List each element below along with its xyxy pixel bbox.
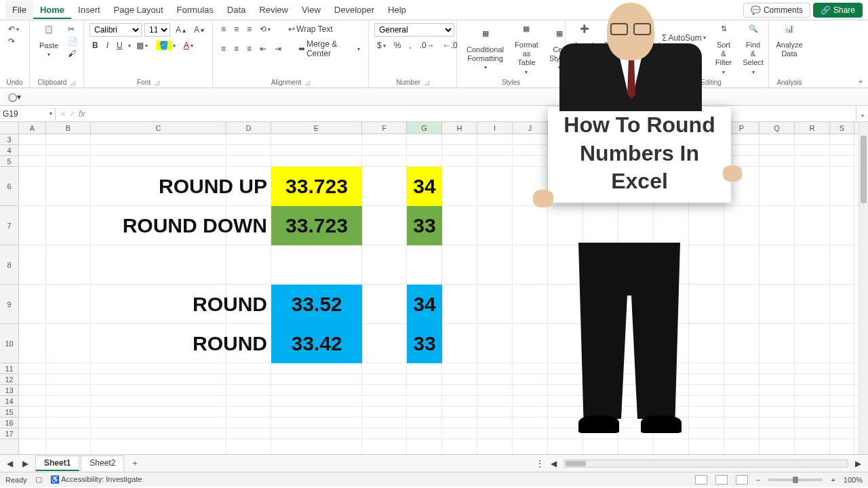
tab-data[interactable]: Data <box>220 1 252 19</box>
hscroll-left[interactable]: ◀ <box>548 458 559 470</box>
redo-button[interactable]: ↷ <box>5 35 24 47</box>
sheet-nav-prev[interactable]: ◀ <box>4 458 16 470</box>
font-size-select[interactable]: 11 <box>144 23 170 37</box>
tab-home[interactable]: Home <box>33 1 71 19</box>
collapse-ribbon-button[interactable]: ⌄ <box>857 75 864 85</box>
column-header-G[interactable]: G <box>407 122 442 134</box>
comments-button[interactable]: 💬 Comments <box>743 3 810 18</box>
zoom-out-button[interactable]: − <box>756 476 760 484</box>
column-header-A[interactable]: A <box>19 122 46 134</box>
sheet-options-icon[interactable]: ⋮ <box>536 459 544 468</box>
cut-button[interactable]: ✂ <box>65 23 81 35</box>
cell-E10[interactable]: 33.42 <box>271 324 362 363</box>
comma-button[interactable]: , <box>406 39 414 52</box>
decrease-indent-button[interactable]: ⇤ <box>257 43 269 55</box>
row-header-17[interactable]: 17 <box>0 428 18 439</box>
vertical-scrollbar[interactable] <box>859 122 868 454</box>
align-center-button[interactable]: ≡ <box>231 43 241 55</box>
cell-B10[interactable]: ROUND <box>46 324 271 363</box>
decrease-font-button[interactable]: A▾ <box>191 24 207 36</box>
cell-G9[interactable]: 34 <box>407 285 442 324</box>
increase-font-button[interactable]: A▴ <box>173 24 189 36</box>
zoom-slider[interactable] <box>768 479 823 481</box>
row-header-3[interactable]: 3 <box>0 134 18 145</box>
row-header-15[interactable]: 15 <box>0 407 18 418</box>
row-header-4[interactable]: 4 <box>0 145 18 156</box>
sort-filter-button[interactable]: ⇅Sort & Filter▾ <box>711 23 736 77</box>
sheet-nav-next[interactable]: ▶ <box>20 458 31 470</box>
column-header-E[interactable]: E <box>271 122 362 134</box>
column-header-J[interactable]: J <box>513 122 548 134</box>
scrollbar-thumb[interactable] <box>566 461 586 466</box>
dialog-launcher-icon[interactable]: ◿ <box>155 79 159 86</box>
row-header-10[interactable]: 10 <box>0 324 18 363</box>
cell-E9[interactable]: 33.52 <box>271 285 362 324</box>
tab-insert[interactable]: Insert <box>71 1 107 19</box>
row-header-14[interactable]: 14 <box>0 396 18 407</box>
share-button[interactable]: 🔗 Share <box>813 3 863 18</box>
column-header-H[interactable]: H <box>442 122 477 134</box>
row-headers[interactable]: 34567891011121314151617 <box>0 134 19 454</box>
dialog-launcher-icon[interactable]: ◿ <box>305 79 310 86</box>
column-header-I[interactable]: I <box>477 122 513 134</box>
fill-color-button[interactable]: 🪣 ▾ <box>153 39 178 52</box>
page-break-view-button[interactable] <box>736 475 748 485</box>
horizontal-scrollbar[interactable] <box>564 460 848 468</box>
italic-button[interactable]: I <box>104 39 111 52</box>
fx-icon[interactable]: fx <box>79 109 85 119</box>
qat-item[interactable]: ◯▾ <box>5 91 24 103</box>
column-header-S[interactable]: S <box>830 122 854 134</box>
accessibility-status[interactable]: ♿ Accessibility: Investigate <box>50 475 142 484</box>
find-select-button[interactable]: 🔍Find & Select▾ <box>738 23 768 77</box>
enter-formula-button[interactable]: ✓ <box>69 109 76 119</box>
cancel-formula-button[interactable]: ✕ <box>60 109 66 119</box>
underline-button[interactable]: U <box>114 39 125 52</box>
undo-button[interactable]: ↶ ▾ <box>5 23 24 35</box>
cell-E6[interactable]: 33.723 <box>271 167 362 206</box>
increase-decimal-button[interactable]: .0→ <box>417 39 437 52</box>
copy-button[interactable]: 📄 <box>65 35 81 47</box>
percent-button[interactable]: % <box>391 39 404 52</box>
zoom-in-button[interactable]: + <box>831 476 835 484</box>
wrap-text-button[interactable]: ↩ Wrap Text <box>285 23 336 35</box>
tab-developer[interactable]: Developer <box>328 1 381 19</box>
row-header-9[interactable]: 9 <box>0 285 18 324</box>
cell-B9[interactable]: ROUND <box>46 285 271 324</box>
normal-view-button[interactable] <box>695 475 707 485</box>
sheet-tab-sheet2[interactable]: Sheet2 <box>81 455 124 471</box>
formula-bar[interactable] <box>89 113 856 115</box>
bold-button[interactable]: B <box>90 39 101 52</box>
analyze-data-button[interactable]: 📊Analyze Data <box>774 23 804 60</box>
column-headers[interactable]: ABCDEFGHIJKLMNOPQRS <box>0 122 868 134</box>
cell-B7[interactable]: ROUND DOWN <box>46 206 271 245</box>
page-layout-view-button[interactable] <box>715 475 728 485</box>
row-header-6[interactable]: 6 <box>0 167 18 206</box>
borders-button[interactable]: ▦ ▾ <box>134 39 151 52</box>
tab-file[interactable]: File <box>5 1 33 19</box>
cell-B6[interactable]: ROUND UP <box>46 167 271 206</box>
select-all-corner[interactable] <box>0 122 19 134</box>
cell-G6[interactable]: 34 <box>407 167 442 206</box>
align-left-button[interactable]: ≡ <box>218 43 229 55</box>
cell-E7[interactable]: 33.723 <box>271 206 362 245</box>
column-header-F[interactable]: F <box>362 122 407 134</box>
row-header-16[interactable]: 16 <box>0 418 18 428</box>
number-format-select[interactable]: General <box>374 23 454 37</box>
row-header-8[interactable]: 8 <box>0 245 18 285</box>
conditional-formatting-button[interactable]: ▦Conditional Formatting▾ <box>462 28 508 73</box>
cell-G7[interactable]: 33 <box>407 206 442 245</box>
font-name-select[interactable]: Calibri <box>90 23 142 37</box>
macro-record-icon[interactable]: ▢ <box>35 475 42 484</box>
tab-view[interactable]: View <box>295 1 328 19</box>
sheet-tab-sheet1[interactable]: Sheet1 <box>35 455 79 471</box>
column-header-R[interactable]: R <box>795 122 830 134</box>
tab-help[interactable]: Help <box>381 1 413 19</box>
row-header-11[interactable]: 11 <box>0 363 18 374</box>
row-header-12[interactable]: 12 <box>0 374 18 385</box>
new-sheet-button[interactable]: ＋ <box>128 456 142 470</box>
font-color-button[interactable]: A ▾ <box>181 39 196 52</box>
zoom-level[interactable]: 100% <box>844 476 863 484</box>
cell-G10[interactable]: 33 <box>407 324 442 363</box>
column-header-Q[interactable]: Q <box>760 122 795 134</box>
paste-button[interactable]: 📋 Paste ▾ <box>35 24 62 60</box>
